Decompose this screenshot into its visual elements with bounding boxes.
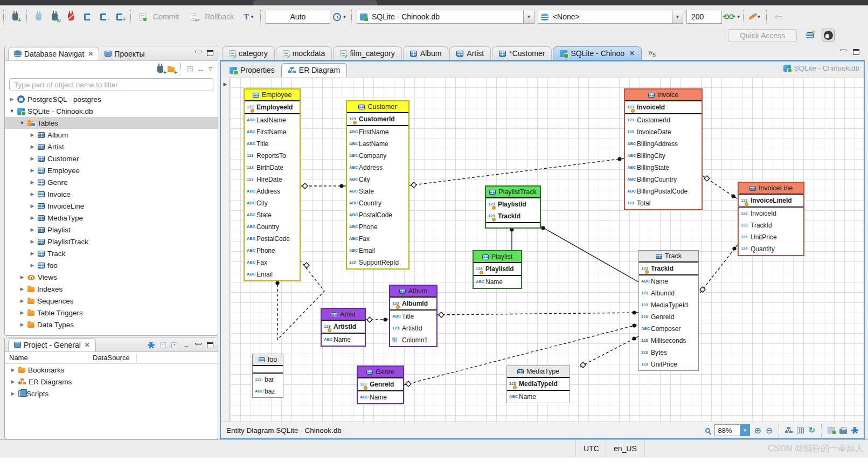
minimize-icon[interactable] — [195, 51, 202, 52]
transaction-log-button[interactable]: ▼ — [334, 10, 346, 23]
column-customer-phone[interactable]: ABCPhone — [347, 221, 408, 233]
tab-project-general[interactable]: Project - General ✕ — [8, 338, 96, 351]
schema-selector-combo[interactable]: <None> ▼ — [538, 10, 683, 24]
column-track-albumid[interactable]: 123AlbumId — [639, 287, 698, 299]
column-track-bytes[interactable]: 123Bytes — [639, 347, 698, 358]
column-invoice-billingaddress[interactable]: ABCBillingAddress — [625, 138, 702, 150]
tree-item-mediatype[interactable]: ▶MediaType — [5, 212, 218, 224]
column-employee-employeeid[interactable]: 123EmployeeId — [245, 101, 300, 113]
column-artist-name[interactable]: ABCName — [322, 334, 365, 346]
column-invoiceline-invoicelineid[interactable]: 123InvoiceLineId — [739, 195, 803, 206]
open-sql-script-button[interactable] — [96, 10, 109, 23]
minimize-icon[interactable] — [195, 343, 202, 344]
entity-genre[interactable]: Genre123GenreIdABCName — [357, 365, 404, 404]
tree-item-invoice[interactable]: ▶Invoice — [5, 188, 218, 200]
tree-item-sqlite-chinook-db[interactable]: ▼SQLite - Chinook.db — [5, 105, 218, 117]
column-playlisttrack-trackid[interactable]: 123TrackId — [486, 210, 540, 222]
column-track-trackid[interactable]: 123TrackId — [639, 263, 698, 274]
main-perspective-button[interactable] — [822, 29, 835, 42]
rollback-button[interactable] — [188, 10, 200, 23]
close-icon[interactable]: ✕ — [85, 341, 90, 349]
column-customer-fax[interactable]: ABCFax — [347, 233, 408, 245]
column-invoice-customerid[interactable]: 123CustomerId — [625, 114, 702, 126]
entity-header[interactable]: PlaylistTrack — [486, 187, 540, 198]
paint-button[interactable]: ▼ — [748, 10, 761, 23]
project-item-bookmarks[interactable]: ▶Bookmarks — [5, 364, 218, 376]
zoom-out-icon[interactable]: ⊖ — [766, 425, 773, 436]
fetch-size-input[interactable]: 200 — [686, 10, 722, 24]
tree-item-tables[interactable]: ▼Tables — [5, 117, 218, 129]
link-with-editor-icon[interactable] — [183, 341, 190, 349]
column-customer-state[interactable]: ABCState — [347, 185, 408, 197]
chevron-right-icon[interactable]: ▶ — [30, 263, 35, 268]
column-customer-city[interactable]: ABCCity — [347, 174, 408, 185]
column-artist-artistid[interactable]: 123ArtistId — [322, 321, 365, 333]
column-album-albumid[interactable]: 123AlbumId — [390, 298, 436, 309]
editor-tab-category[interactable]: category — [222, 46, 275, 60]
transaction-mode-button[interactable]: T▼ — [242, 10, 255, 23]
diagram-layout-icon[interactable] — [785, 427, 793, 433]
refresh-button[interactable]: ⟲⟳▼ — [725, 10, 738, 23]
column-playlist-name[interactable]: ABCName — [474, 276, 521, 288]
column-track-genreid[interactable]: 123GenreId — [639, 311, 698, 323]
column-employee-fax[interactable]: ABCFax — [245, 257, 300, 268]
relation-playlisttrack-track[interactable] — [541, 226, 638, 282]
refresh-diagram-icon[interactable]: ↻ — [808, 425, 815, 435]
new-sql-editor-button[interactable] — [113, 10, 126, 23]
column-customer-postalcode[interactable]: ABCPostalCode — [347, 209, 408, 221]
schema-dropdown-button[interactable]: ▼ — [672, 10, 683, 23]
column-invoice-billingstate[interactable]: ABCBillingState — [625, 162, 702, 174]
column-employee-country[interactable]: ABCCountry — [245, 221, 300, 233]
entity-employee[interactable]: Employee123EmployeeIdABCLastNameABCFirst… — [244, 88, 301, 281]
column-genre-name[interactable]: ABCName — [358, 391, 403, 403]
tree-item-employee[interactable]: ▶Employee — [5, 164, 218, 176]
editor-tab-mockdata[interactable]: mockdata — [276, 46, 332, 60]
chevron-right-icon[interactable]: ▶ — [10, 391, 16, 396]
commit-button[interactable] — [136, 10, 149, 23]
connect-button[interactable] — [32, 10, 45, 23]
column-track-composer[interactable]: ABCComposer — [639, 323, 698, 335]
entity-header[interactable]: Track — [639, 251, 698, 263]
column-customer-supportrepid[interactable]: 123SupportRepId — [347, 257, 408, 268]
timezone-indicator[interactable]: UTC — [575, 440, 607, 457]
entity-mediatype[interactable]: MediaType123MediaTypeIdABCName — [506, 365, 570, 403]
subtab-er-diagram[interactable]: ER Diagram — [281, 63, 347, 77]
navigator-filter-input[interactable]: Type part of object name to filter — [9, 78, 213, 91]
entity-header[interactable]: Employee — [245, 89, 300, 101]
project-item-er-diagrams[interactable]: ▶ER Diagrams — [5, 376, 218, 388]
save-as-image-icon[interactable] — [828, 427, 835, 433]
column-employee-hiredate[interactable]: 123HireDate — [245, 174, 300, 185]
column-customer-address[interactable]: ABCAddress — [347, 162, 408, 174]
editor-tab-album[interactable]: Album — [403, 46, 449, 60]
collapse-all-icon[interactable] — [160, 342, 166, 348]
column-invoice-invoiceid[interactable]: 123InvoiceId — [625, 101, 702, 113]
column-customer-customerid[interactable]: 123CustomerId — [347, 113, 408, 125]
column-invoice-total[interactable]: 123Total — [625, 197, 702, 209]
column-customer-company[interactable]: ABCCompany — [347, 150, 408, 162]
chevron-right-icon[interactable]: ▶ — [19, 274, 25, 280]
column-invoice-billingcountry[interactable]: ABCBillingCountry — [625, 174, 702, 185]
locale-indicator[interactable]: en_US — [606, 440, 645, 457]
view-menu-icon[interactable]: ▽ — [209, 66, 212, 72]
new-connection-icon[interactable] — [157, 66, 163, 73]
chevron-right-icon[interactable]: ▶ — [19, 298, 25, 304]
tree-item-views[interactable]: ▶Views — [5, 271, 218, 283]
entity-album[interactable]: Album123AlbumIdABCTitle123ArtistId010110… — [389, 285, 438, 347]
palette-expand-icon[interactable]: ▶ — [221, 81, 230, 87]
tab-overflow-button[interactable]: »5 — [648, 47, 656, 58]
er-diagram-canvas[interactable]: Employee123EmployeeIdABCLastNameABCFirst… — [230, 77, 864, 422]
chevron-right-icon[interactable]: ▶ — [30, 168, 35, 173]
tree-item-sequences[interactable]: ▶Sequences — [5, 295, 218, 307]
tree-item-playlisttrack[interactable]: ▶PlaylistTrack — [5, 236, 218, 247]
column-customer-firstname[interactable]: ABCFirstName — [347, 126, 408, 138]
maximize-icon[interactable] — [207, 50, 213, 56]
chevron-right-icon[interactable]: ▶ — [9, 96, 15, 102]
relation-track-mediatype[interactable] — [580, 336, 638, 367]
maximize-icon[interactable] — [853, 49, 859, 55]
chevron-right-icon[interactable]: ▶ — [10, 367, 16, 373]
sql-editor-button[interactable] — [80, 10, 93, 23]
tree-item-indexes[interactable]: ▶Indexes — [5, 283, 218, 295]
column-employee-state[interactable]: ABCState — [245, 209, 300, 221]
connection-selector-combo[interactable]: SQLite - Chinook.db ▼ — [357, 10, 534, 24]
entity-header[interactable]: Customer — [347, 101, 408, 113]
